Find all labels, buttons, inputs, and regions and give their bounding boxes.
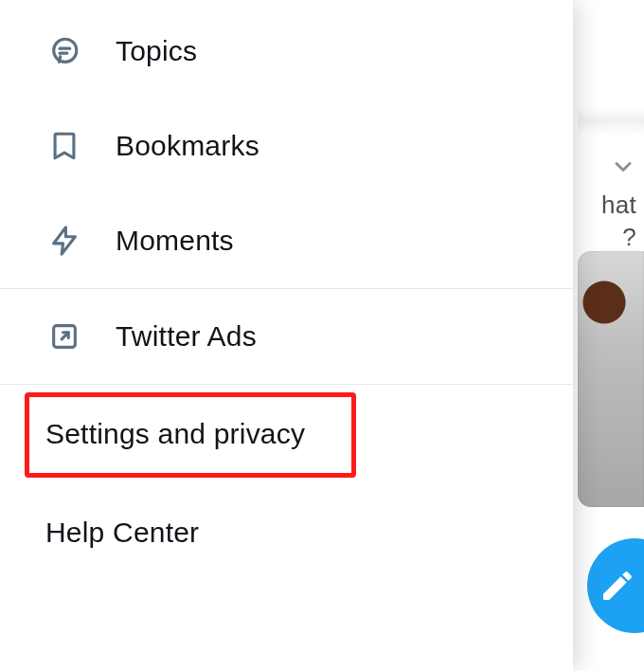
bookmark-icon	[47, 129, 81, 163]
nav-item-label: Settings and privacy	[45, 418, 305, 450]
nav-item-bookmarks[interactable]: Bookmarks	[0, 99, 573, 193]
svg-marker-2	[54, 227, 76, 254]
obscured-text-line-2: ?	[622, 222, 636, 253]
lightning-icon	[47, 224, 81, 258]
chevron-down-icon	[610, 154, 636, 180]
nav-item-label: Topics	[116, 35, 197, 67]
nav-item-label: Bookmarks	[116, 130, 259, 162]
obscured-text-line-1: hat	[601, 190, 636, 221]
nav-item-twitter-ads[interactable]: Twitter Ads	[0, 289, 573, 384]
topics-icon	[47, 34, 81, 68]
footer-section: Settings and privacy Help Center	[0, 385, 573, 582]
compose-icon	[599, 567, 636, 605]
nav-item-moments[interactable]: Moments	[0, 193, 573, 288]
nav-item-label: Help Center	[45, 517, 199, 549]
external-link-icon	[47, 319, 81, 354]
nav-item-label: Twitter Ads	[116, 320, 257, 353]
nav-item-label: Moments	[116, 225, 234, 257]
obscured-media-thumbnail	[578, 251, 644, 507]
nav-item-help-center[interactable]: Help Center	[0, 483, 573, 582]
nav-item-topics[interactable]: Topics	[0, 4, 573, 99]
navigation-drawer: Topics Bookmarks Moments Twitter Ads Set…	[0, 0, 573, 671]
nav-item-settings-privacy[interactable]: Settings and privacy	[0, 385, 573, 483]
